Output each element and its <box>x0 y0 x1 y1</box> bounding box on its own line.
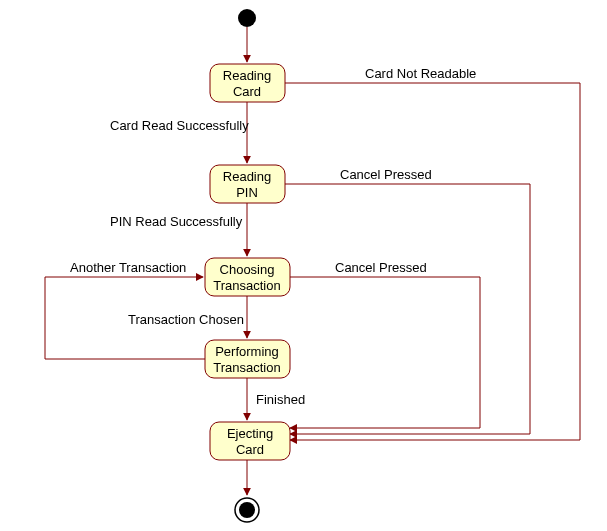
state-choosing-transaction-line1: Choosing <box>220 262 275 277</box>
state-reading-pin-line2: PIN <box>236 185 258 200</box>
state-performing-transaction-line2: Transaction <box>213 360 280 375</box>
label-another-transaction: Another Transaction <box>70 260 186 275</box>
state-performing-transaction-line1: Performing <box>215 344 279 359</box>
label-cancel-from-choose: Cancel Pressed <box>335 260 427 275</box>
state-choosing-transaction-line2: Transaction <box>213 278 280 293</box>
label-cancel-from-pin: Cancel Pressed <box>340 167 432 182</box>
state-reading-card-line1: Reading <box>223 68 271 83</box>
edge-cancel-from-pin <box>285 184 530 434</box>
label-pin-read-success: PIN Read Successfully <box>110 214 243 229</box>
state-reading-card-line2: Card <box>233 84 261 99</box>
state-reading-pin-line1: Reading <box>223 169 271 184</box>
label-card-read-success: Card Read Successfully <box>110 118 249 133</box>
initial-state <box>238 9 256 27</box>
label-card-not-readable: Card Not Readable <box>365 66 476 81</box>
state-ejecting-card-line2: Card <box>236 442 264 457</box>
edge-card-not-readable <box>285 83 580 440</box>
label-transaction-chosen: Transaction Chosen <box>128 312 244 327</box>
final-state <box>235 498 259 522</box>
edge-cancel-from-choose <box>290 277 480 428</box>
label-finished: Finished <box>256 392 305 407</box>
state-ejecting-card-line1: Ejecting <box>227 426 273 441</box>
svg-point-1 <box>239 502 255 518</box>
